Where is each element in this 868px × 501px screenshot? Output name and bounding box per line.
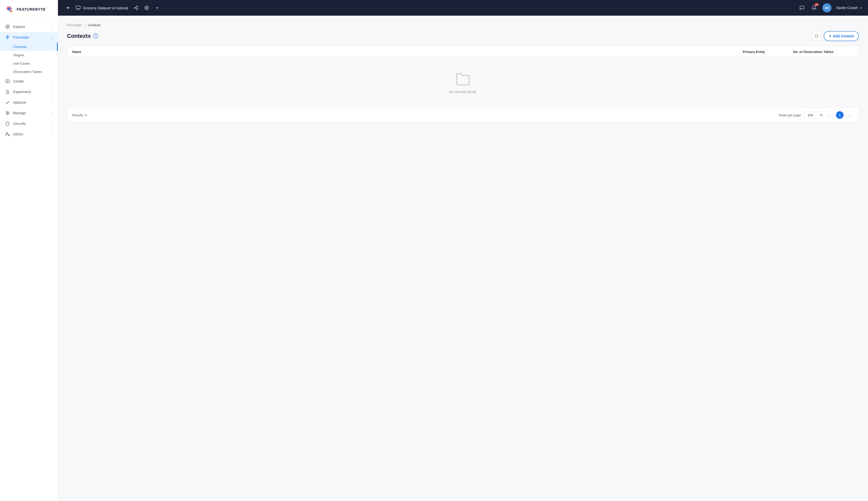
chevron-right-icon-admin: ›: [52, 132, 53, 136]
table-body: No records found.: [67, 57, 859, 108]
contexts-table: Name Primary Entity No. of Observation T…: [67, 46, 859, 122]
svg-point-5: [6, 25, 10, 29]
chevron-down-icon: ⌄: [50, 35, 53, 39]
logo-text: FEATUREBYTE: [17, 7, 46, 11]
page-title-row: Contexts ?: [67, 33, 98, 39]
sidebar-nav: Explore › Formulate ⌄ Contexts Targets: [0, 19, 58, 501]
plus-circle-icon: [5, 79, 10, 84]
sidebar-item-formulate-label: Formulate: [13, 35, 29, 39]
shield-icon: [5, 121, 10, 126]
sidebar-item-explore[interactable]: Explore ›: [0, 21, 58, 32]
sidebar-sub-item-observation-tables[interactable]: Observation Tables: [0, 67, 58, 76]
svg-point-34: [815, 34, 818, 38]
sidebar-toggle-button[interactable]: [64, 4, 72, 12]
sidebar-item-experiment-label: Experiment: [13, 90, 31, 94]
sidebar-item-experiment[interactable]: Experiment ›: [0, 86, 58, 97]
monitor-icon: [76, 5, 81, 10]
chat-icon[interactable]: [798, 4, 806, 12]
rows-per-page-select[interactable]: 100 50 25: [804, 112, 823, 119]
settings-icon[interactable]: [143, 4, 150, 11]
chevron-right-icon-experiment: ›: [52, 90, 53, 94]
sidebar-item-create[interactable]: Create ›: [0, 76, 58, 86]
notification-bell-icon[interactable]: 46: [810, 4, 818, 12]
empty-folder-icon: [455, 72, 471, 87]
topbar-actions: ▾: [133, 4, 161, 11]
topbar-right: 46 XC Xavier Conort ▾: [798, 3, 862, 12]
sidebar-item-manage[interactable]: Manage ›: [0, 108, 58, 118]
rows-per-page-label: Rows per page:: [779, 113, 802, 117]
column-header-primary-entity: Primary Entity: [738, 46, 788, 57]
help-icon[interactable]: ?: [93, 34, 98, 39]
table-header: Name Primary Entity No. of Observation T…: [67, 46, 859, 57]
logo: FEATUREBYTE: [0, 0, 58, 19]
avatar[interactable]: XC: [822, 3, 832, 12]
sidebar-item-formulate[interactable]: Formulate ⌄: [0, 32, 58, 43]
sliders-icon: [5, 110, 10, 116]
header-actions: + Add Context: [812, 31, 859, 41]
chevron-right-icon-manage: ›: [52, 111, 53, 115]
chevron-right-icon-approve: ›: [52, 101, 53, 104]
search-button[interactable]: [812, 32, 821, 41]
sidebar: FEATUREBYTE Explore ›: [0, 0, 58, 501]
sidebar-item-approve-label: Approve: [13, 100, 26, 105]
share-icon[interactable]: [133, 4, 140, 11]
logo-icon: [5, 4, 14, 14]
pagination: Rows per page: 100 50 25 ‹ 1 ›: [779, 111, 854, 119]
sidebar-sub-item-use-cases[interactable]: Use Cases: [0, 59, 58, 67]
page-content: Formulate > Contexts Contexts ?: [58, 15, 868, 501]
chevron-right-icon-create: ›: [52, 79, 53, 83]
svg-point-16: [8, 113, 9, 114]
empty-message: No records found.: [449, 90, 477, 94]
topbar: Grocery Dataset UI tutorial ▾: [58, 0, 868, 15]
avatar-initials: XC: [825, 6, 829, 10]
user-menu[interactable]: Xavier Conort ▾: [836, 6, 862, 10]
svg-line-35: [817, 37, 818, 38]
table-footer: Results: 0 Rows per page: 100 50 25 ‹ 1 …: [67, 108, 859, 122]
sidebar-item-explore-label: Explore: [13, 25, 25, 29]
prev-page-button[interactable]: ‹: [826, 111, 834, 119]
svg-point-19: [8, 135, 10, 136]
svg-point-18: [6, 132, 8, 134]
page-header: Contexts ? + Add Context: [67, 31, 859, 41]
project-title: Grocery Dataset UI tutorial: [83, 6, 128, 10]
sidebar-item-admin-label: Admin: [13, 132, 23, 136]
column-header-observation-tables: No. of Observation Tables: [788, 46, 859, 57]
brain-icon: [5, 35, 10, 40]
current-page: 1: [836, 111, 844, 119]
main-area: Grocery Dataset UI tutorial ▾: [58, 0, 868, 501]
add-context-label: Add Context: [833, 34, 854, 38]
sidebar-sub-item-targets[interactable]: Targets: [0, 51, 58, 59]
sidebar-item-approve[interactable]: Approve ›: [0, 97, 58, 108]
notification-badge: 46: [814, 3, 819, 6]
sidebar-item-manage-label: Manage: [13, 111, 26, 115]
username: Xavier Conort: [836, 6, 858, 10]
svg-rect-25: [76, 6, 80, 9]
add-context-button[interactable]: + Add Context: [824, 31, 859, 41]
add-context-prefix: +: [829, 34, 832, 38]
empty-state: No records found.: [449, 72, 477, 94]
sidebar-sub-item-targets-label: Targets: [13, 53, 24, 57]
next-page-button[interactable]: ›: [846, 111, 854, 119]
svg-point-8: [8, 36, 9, 38]
column-header-name: Name: [67, 46, 738, 57]
sidebar-item-security[interactable]: Security ›: [0, 118, 58, 129]
check-icon: [5, 100, 10, 105]
chevron-down-project-icon[interactable]: ▾: [154, 4, 161, 11]
user-cog-icon: [5, 132, 10, 137]
svg-point-17: [7, 114, 8, 115]
breadcrumb-formulate[interactable]: Formulate: [67, 23, 82, 27]
svg-point-15: [7, 111, 7, 112]
sidebar-sub-item-contexts-label: Contexts: [13, 45, 26, 49]
sidebar-sub-item-observation-tables-label: Observation Tables: [13, 70, 42, 74]
sidebar-item-security-label: Security: [13, 121, 26, 126]
chevron-right-icon-security: ›: [52, 122, 53, 125]
svg-point-33: [146, 7, 147, 9]
sidebar-sub-item-contexts[interactable]: Contexts: [0, 43, 58, 51]
flask-icon: [5, 89, 10, 94]
sidebar-item-admin[interactable]: Admin ›: [0, 129, 58, 139]
chevron-right-icon: ›: [52, 25, 53, 29]
sidebar-sub-item-use-cases-label: Use Cases: [13, 62, 30, 65]
svg-point-30: [136, 9, 138, 10]
sidebar-item-create-label: Create: [13, 79, 24, 83]
svg-line-31: [135, 8, 136, 9]
